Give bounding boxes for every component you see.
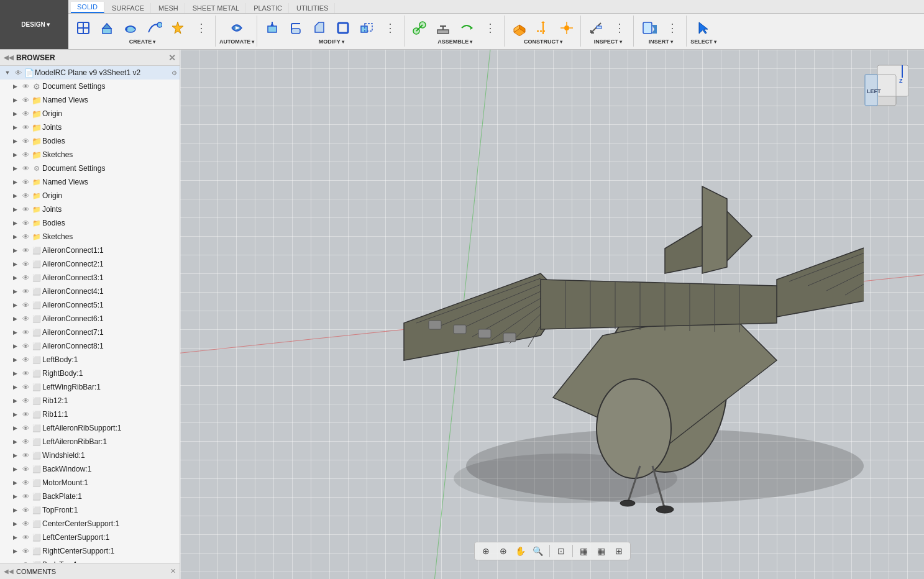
vp-grid-btn[interactable]: ▦: [594, 544, 609, 558]
tool-chamfer[interactable]: [308, 18, 331, 38]
root-eye-icon[interactable]: 👁: [12, 66, 24, 80]
browser-item-28[interactable]: ▶ 👁 ⬜ RightCenterSupport:1: [0, 544, 180, 558]
item-eye-18[interactable]: 👁: [20, 408, 31, 421]
named-views-eye[interactable]: 👁: [20, 93, 31, 107]
item-expand-17[interactable]: ▶: [10, 394, 20, 408]
tab-mesh[interactable]: MESH: [152, 3, 185, 13]
bodies-eye[interactable]: 👁: [20, 134, 31, 148]
tool-more-create[interactable]: ⋮: [190, 18, 213, 38]
item-eye-9[interactable]: 👁: [20, 285, 31, 298]
item-eye-23[interactable]: 👁: [20, 476, 31, 490]
item-expand-7[interactable]: ▶: [10, 257, 20, 271]
tab-surface[interactable]: SURFACE: [106, 3, 151, 13]
browser-item-20[interactable]: ▶ 👁 ⬜ LeftAileronRibBar:1: [0, 435, 180, 449]
root-expand-icon[interactable]: ▼: [2, 66, 12, 80]
item-eye-16[interactable]: 👁: [20, 380, 31, 394]
group-assemble-label[interactable]: ASSEMBLE▾: [435, 38, 475, 47]
vp-display-btn[interactable]: ▦: [577, 544, 592, 558]
group-create-label[interactable]: CREATE▾: [127, 38, 158, 47]
browser-item-22[interactable]: ▶ 👁 ⬜ BackWindow:1: [0, 462, 180, 476]
group-insert-label[interactable]: INSERT▾: [646, 38, 675, 47]
doc-settings-expand[interactable]: ▶: [10, 80, 20, 93]
browser-item-27[interactable]: ▶ 👁 ⬜ LeftCenterSupport:1: [0, 531, 180, 544]
vp-effects-btn[interactable]: ⊞: [611, 544, 626, 558]
sketches-eye[interactable]: 👁: [20, 148, 31, 162]
browser-root-item[interactable]: ▼ 👁 📄 ModelRC Plane v9 v3Sheet1 v2 ⚙: [0, 66, 180, 80]
view-cube[interactable]: LEFT Z: [862, 62, 912, 112]
tool-point[interactable]: [556, 18, 578, 38]
joints-expand[interactable]: ▶: [10, 121, 20, 134]
item-eye-27[interactable]: 👁: [20, 531, 31, 544]
browser-item-origin[interactable]: ▶ 👁 📁 Origin: [0, 107, 180, 121]
browser-item-14[interactable]: ▶ 👁 ⬜ LeftBody:1: [0, 353, 180, 367]
browser-item-10[interactable]: ▶ 👁 ⬜ AileronConnect5:1: [0, 298, 180, 312]
item-expand-28[interactable]: ▶: [10, 544, 20, 558]
browser-item-5[interactable]: ▶ 👁 📁 Sketches: [0, 230, 180, 244]
item-eye-3[interactable]: 👁: [20, 203, 31, 216]
item-expand-10[interactable]: ▶: [10, 298, 20, 312]
item-eye-5[interactable]: 👁: [20, 230, 31, 244]
tab-sheet-metal[interactable]: SHEET METAL: [186, 3, 246, 13]
item-expand-13[interactable]: ▶: [10, 339, 20, 353]
named-views-expand[interactable]: ▶: [10, 93, 20, 107]
tool-scale[interactable]: [355, 18, 378, 38]
browser-item-6[interactable]: ▶ 👁 ⬜ AileronConnect1:1: [0, 244, 180, 257]
browser-item-9[interactable]: ▶ 👁 ⬜ AileronConnect4:1: [0, 285, 180, 298]
browser-item-doc-settings[interactable]: ▶ 👁 ⚙ Document Settings: [0, 80, 180, 93]
item-eye-7[interactable]: 👁: [20, 257, 31, 271]
tool-press-pull[interactable]: [261, 18, 283, 38]
vp-pan-btn[interactable]: ✋: [513, 544, 528, 558]
item-eye-1[interactable]: 👁: [20, 175, 31, 189]
group-select-label[interactable]: SELECT▾: [688, 38, 719, 47]
tool-revolve[interactable]: [119, 18, 142, 38]
item-eye-2[interactable]: 👁: [20, 189, 31, 203]
tool-axis[interactable]: [532, 18, 554, 38]
browser-item-7[interactable]: ▶ 👁 ⬜ AileronConnect2:1: [0, 257, 180, 271]
design-button[interactable]: DESIGN ▾: [0, 0, 68, 49]
footer-icon[interactable]: ✕: [170, 567, 176, 575]
origin-eye[interactable]: 👁: [20, 107, 31, 121]
item-eye-28[interactable]: 👁: [20, 544, 31, 558]
group-automate-label[interactable]: AUTOMATE▾: [217, 38, 257, 47]
browser-item-bodies[interactable]: ▶ 👁 📁 Bodies: [0, 134, 180, 148]
item-expand-23[interactable]: ▶: [10, 476, 20, 490]
tool-more-modify[interactable]: ⋮: [379, 18, 401, 38]
item-eye-15[interactable]: 👁: [20, 367, 31, 380]
footer-back-icon[interactable]: ◀◀: [4, 568, 14, 575]
tool-ground[interactable]: [432, 18, 454, 38]
item-expand-24[interactable]: ▶: [10, 490, 20, 503]
tool-more-assemble[interactable]: ⋮: [479, 18, 501, 38]
browser-item-11[interactable]: ▶ 👁 ⬜ AileronConnect6:1: [0, 312, 180, 326]
item-eye-17[interactable]: 👁: [20, 394, 31, 408]
item-eye-6[interactable]: 👁: [20, 244, 31, 257]
browser-item-26[interactable]: ▶ 👁 ⬜ CenterCenterSupport:1: [0, 517, 180, 531]
item-expand-19[interactable]: ▶: [10, 421, 20, 435]
doc-settings-eye[interactable]: 👁: [20, 80, 31, 93]
browser-item-3[interactable]: ▶ 👁 📁 Joints: [0, 203, 180, 216]
browser-item-12[interactable]: ▶ 👁 ⬜ AileronConnect7:1: [0, 326, 180, 339]
browser-item-25[interactable]: ▶ 👁 ⬜ TopFront:1: [0, 503, 180, 517]
tool-loft[interactable]: [167, 18, 189, 38]
browser-back-icon[interactable]: ◀◀: [4, 54, 14, 61]
sketches-expand[interactable]: ▶: [10, 148, 20, 162]
item-expand-3[interactable]: ▶: [10, 203, 20, 216]
browser-item-0[interactable]: ▶ 👁 ⚙ Document Settings: [0, 162, 180, 175]
item-expand-20[interactable]: ▶: [10, 435, 20, 449]
group-modify-label[interactable]: MODIFY▾: [316, 38, 347, 47]
tool-inspect-more[interactable]: ⋮: [608, 18, 631, 38]
browser-item-17[interactable]: ▶ 👁 ⬜ Rib12:1: [0, 394, 180, 408]
item-expand-16[interactable]: ▶: [10, 380, 20, 394]
item-expand-2[interactable]: ▶: [10, 189, 20, 203]
browser-item-1[interactable]: ▶ 👁 📁 Named Views: [0, 175, 180, 189]
tab-utilities[interactable]: UTILITIES: [290, 3, 335, 13]
browser-item-2[interactable]: ▶ 👁 📁 Origin: [0, 189, 180, 203]
tool-measure[interactable]: [585, 18, 607, 38]
item-eye-12[interactable]: 👁: [20, 326, 31, 339]
browser-item-8[interactable]: ▶ 👁 ⬜ AileronConnect3:1: [0, 271, 180, 285]
vp-zoom-btn[interactable]: 🔍: [531, 544, 546, 558]
item-expand-14[interactable]: ▶: [10, 353, 20, 367]
item-expand-26[interactable]: ▶: [10, 517, 20, 531]
tool-automate[interactable]: [226, 18, 248, 38]
tool-plane[interactable]: [508, 18, 531, 38]
bodies-expand[interactable]: ▶: [10, 134, 20, 148]
